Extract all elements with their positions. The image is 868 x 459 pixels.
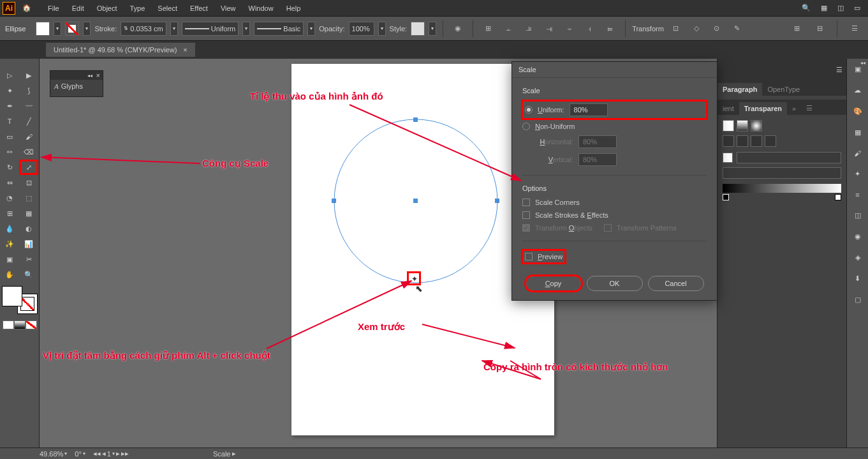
document-tab[interactable]: Untitled-1* @ 49.68 % (CMYK/Preview) × (46, 43, 195, 57)
fill-dropdown[interactable] (54, 22, 61, 36)
opacity-dd[interactable] (378, 22, 386, 36)
vertical-input[interactable] (578, 153, 617, 166)
align-vcenter-icon[interactable]: ⫞ (582, 20, 598, 37)
panel-opts-icon[interactable]: ☰ (801, 102, 818, 115)
more-icon[interactable]: ▭ (854, 4, 860, 12)
preview-checkbox[interactable] (525, 253, 533, 260)
sw6[interactable] (751, 135, 762, 147)
properties-icon[interactable]: ▣ (855, 65, 861, 73)
opacity-input[interactable]: 100% (349, 22, 374, 36)
magic-wand-tool[interactable]: ✦ (0, 83, 19, 98)
color-mode-icon[interactable] (3, 320, 14, 329)
artboard-prev-icon[interactable]: ◂◂ (93, 449, 101, 458)
scale-strokes-checkbox[interactable] (522, 211, 530, 219)
stop-right[interactable] (835, 194, 841, 200)
sw7[interactable] (765, 135, 776, 147)
menu-view[interactable]: View (215, 2, 242, 15)
transform-ref-icon[interactable]: ⊡ (668, 20, 684, 37)
zoom-tool[interactable]: 🔍 (19, 267, 38, 282)
artboard-prev2-icon[interactable]: ◂ (102, 449, 106, 458)
glyphs-panel[interactable]: ◂◂× AGlyphs (50, 70, 103, 97)
grad-field[interactable] (737, 152, 841, 163)
grad-field2[interactable] (723, 167, 841, 179)
perspective-tool[interactable]: ⬚ (19, 190, 38, 206)
stroke-swatch[interactable] (65, 22, 79, 36)
shape-icon[interactable]: ◇ (688, 20, 705, 37)
free-transform-tool[interactable]: ⊡ (19, 175, 38, 190)
copy-button[interactable]: Copy (526, 276, 582, 291)
cancel-button[interactable]: Cancel (648, 276, 704, 291)
gradient-ramp[interactable] (723, 184, 841, 193)
menu-edit[interactable]: Edit (66, 2, 90, 15)
curvature-tool[interactable]: 〰 (19, 98, 38, 114)
transform-label[interactable]: Transform (632, 25, 664, 33)
graph-tool[interactable]: 📊 (19, 236, 38, 252)
glyphs-collapse-icon[interactable]: ◂◂ (87, 73, 92, 79)
workspace-icon[interactable]: ◫ (837, 4, 844, 12)
grid-icon[interactable]: ⊞ (788, 20, 805, 37)
none-mode-icon[interactable] (26, 320, 37, 329)
brush-def[interactable]: Basic (254, 22, 304, 36)
gradient-tool[interactable]: ▦ (19, 206, 38, 221)
nonuniform-radio[interactable] (522, 123, 530, 130)
stroke-weight-dd[interactable] (170, 22, 178, 36)
sw5[interactable] (737, 135, 748, 147)
status-menu-icon[interactable]: ▸ (232, 449, 236, 458)
ok-button[interactable]: OK (587, 276, 643, 291)
menu-select[interactable]: Select (152, 2, 183, 15)
artboard-num[interactable]: 1 (107, 450, 111, 458)
paragraph-tab[interactable]: Paragraph (717, 83, 762, 96)
align-top-icon[interactable]: ⫟ (561, 20, 578, 37)
swatches-icon[interactable]: ▦ (855, 128, 861, 137)
lasso-tool[interactable]: ⟆ (19, 83, 38, 98)
stop-color[interactable] (723, 153, 733, 163)
eraser-tool[interactable]: ⌫ (19, 144, 38, 160)
arrange-icon[interactable]: ▦ (821, 4, 827, 12)
snap-icon[interactable]: ⊟ (811, 20, 828, 37)
brushes-icon[interactable]: 🖌 (854, 149, 861, 157)
rectangle-tool[interactable]: ▭ (0, 129, 19, 144)
edit-icon[interactable]: ✎ (729, 20, 746, 37)
home-icon[interactable]: 🏠 (20, 2, 33, 15)
uniform-radio[interactable] (525, 106, 533, 114)
close-tab-icon[interactable]: × (183, 46, 187, 54)
menu-window[interactable]: Window (243, 2, 279, 15)
stroke-dropdown[interactable] (83, 22, 91, 36)
gradient-mode-icon[interactable] (14, 320, 26, 329)
collapse-tools-icon[interactable]: ◂◂ (860, 60, 865, 66)
search-icon[interactable]: 🔍 (802, 4, 811, 12)
align-right-icon[interactable]: ⫣ (541, 20, 557, 37)
stop-left[interactable] (723, 194, 729, 200)
color-icon[interactable]: 🎨 (853, 107, 862, 116)
selection-tool[interactable]: ▷ (0, 68, 19, 83)
style-swatch[interactable] (411, 22, 425, 36)
uniform-input[interactable] (570, 103, 608, 116)
menu-help[interactable]: Help (281, 2, 307, 15)
panel-expand-icon[interactable]: » (787, 102, 801, 115)
transparency-tab[interactable]: Transparen (739, 102, 787, 115)
artboard-next2-icon[interactable]: ▸▸ (121, 449, 129, 458)
prefs-icon[interactable]: ☰ (846, 20, 863, 37)
sw2[interactable] (737, 120, 748, 132)
blend-tool[interactable]: ◐ (19, 221, 38, 236)
symbols-icon[interactable]: ✦ (855, 170, 860, 178)
libraries-icon[interactable]: ☁ (854, 86, 861, 94)
menu-object[interactable]: Object (91, 2, 123, 15)
fill-color-swatch[interactable] (2, 286, 22, 306)
hand-tool[interactable]: ✋ (0, 267, 19, 282)
zoom-value[interactable]: 49.68% (40, 450, 63, 458)
artboard-next-icon[interactable]: ▸ (116, 449, 120, 458)
sw4[interactable] (723, 135, 734, 147)
symbol-sprayer-tool[interactable]: ✨ (0, 236, 19, 252)
fill-swatch[interactable] (36, 22, 50, 36)
stroke-profile[interactable]: Uniform (182, 22, 239, 36)
brush-dd[interactable] (307, 22, 315, 36)
align-panel-icon[interactable]: ⊞ (480, 20, 496, 37)
scale-tool[interactable]: ⤢ (19, 160, 38, 175)
scale-corners-checkbox[interactable] (522, 199, 530, 206)
isolate-icon[interactable]: ⊙ (709, 20, 725, 37)
recolor-icon[interactable]: ◉ (450, 20, 466, 37)
align-bottom-icon[interactable]: ⫢ (602, 20, 619, 37)
fill-stroke-swatches[interactable] (2, 286, 38, 314)
rotate-tool[interactable]: ↻ (0, 160, 19, 175)
